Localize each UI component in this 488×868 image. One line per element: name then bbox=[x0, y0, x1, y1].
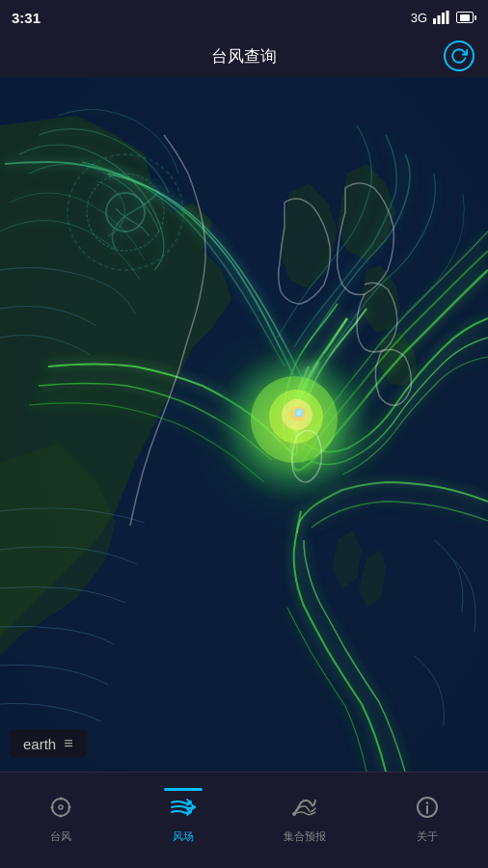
svg-point-20 bbox=[60, 815, 63, 818]
status-icons: 3G bbox=[411, 11, 476, 25]
svg-rect-2 bbox=[442, 13, 445, 24]
nav-label-about: 关于 bbox=[417, 829, 438, 844]
svg-point-21 bbox=[51, 806, 54, 809]
nav-item-windfield[interactable]: 风场 bbox=[122, 782, 245, 844]
wind-icon bbox=[170, 795, 197, 826]
signal-icon bbox=[433, 11, 450, 24]
menu-icon: ≡ bbox=[64, 735, 72, 752]
app-header: 台风查询 bbox=[0, 35, 488, 77]
svg-rect-0 bbox=[433, 18, 436, 24]
bottom-nav: 台风 风场 bbox=[0, 772, 488, 868]
svg-rect-3 bbox=[447, 11, 449, 24]
network-label: 3G bbox=[411, 11, 427, 25]
battery-icon bbox=[456, 12, 476, 23]
info-icon bbox=[415, 795, 440, 826]
svg-rect-1 bbox=[438, 15, 441, 24]
nav-item-about[interactable]: 关于 bbox=[366, 782, 489, 844]
nav-label-windfield: 风场 bbox=[173, 829, 194, 844]
ensemble-icon bbox=[292, 795, 317, 826]
nav-label-typhoon: 台风 bbox=[50, 829, 71, 844]
status-time: 3:31 bbox=[12, 10, 41, 26]
status-bar: 3:31 3G bbox=[0, 0, 488, 35]
svg-point-19 bbox=[68, 806, 71, 809]
nav-label-ensemble: 集合预报 bbox=[284, 829, 326, 844]
nav-item-ensemble[interactable]: 集合预报 bbox=[244, 782, 366, 844]
map-container[interactable]: earth ≡ bbox=[0, 77, 488, 772]
svg-point-18 bbox=[60, 798, 63, 800]
svg-point-25 bbox=[426, 801, 428, 803]
svg-point-13 bbox=[297, 411, 302, 416]
typhoon-icon bbox=[48, 795, 73, 826]
refresh-button[interactable] bbox=[444, 41, 474, 71]
earth-label[interactable]: earth ≡ bbox=[10, 729, 87, 758]
svg-point-22 bbox=[292, 812, 296, 816]
map-svg bbox=[0, 77, 488, 772]
svg-point-17 bbox=[59, 805, 63, 809]
nav-item-typhoon[interactable]: 台风 bbox=[0, 782, 122, 844]
earth-text: earth bbox=[23, 736, 56, 752]
header-title: 台风查询 bbox=[211, 45, 277, 68]
